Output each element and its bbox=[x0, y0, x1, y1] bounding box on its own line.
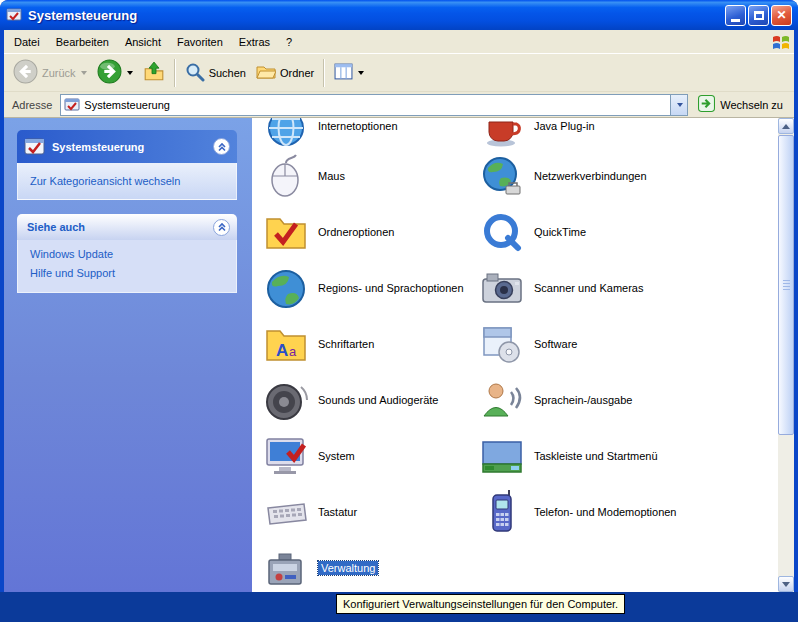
toolbar-separator bbox=[323, 59, 325, 87]
folder-up-icon bbox=[143, 61, 165, 85]
scroll-down-button[interactable] bbox=[778, 576, 794, 592]
tile-label: Ordneroptionen bbox=[318, 226, 394, 238]
taskbar-startmenu-icon bbox=[478, 432, 526, 480]
tile-internetoptionen[interactable]: Internetoptionen bbox=[262, 118, 398, 150]
go-icon bbox=[698, 95, 715, 114]
views-button[interactable] bbox=[329, 59, 369, 86]
speech-icon bbox=[478, 376, 526, 424]
tile-label: QuickTime bbox=[534, 226, 586, 238]
views-icon bbox=[334, 62, 353, 83]
minimize-icon bbox=[731, 19, 740, 22]
windows-update-link[interactable]: Windows Update bbox=[30, 248, 224, 260]
menu-item-hilfe[interactable]: ? bbox=[278, 32, 300, 52]
fonts-icon: Aa bbox=[262, 320, 310, 368]
sidebar: Systemsteuerung Zur Kategorieansicht wec… bbox=[4, 118, 252, 592]
tile-maus[interactable]: Maus bbox=[262, 152, 345, 200]
svg-text:A: A bbox=[276, 341, 288, 360]
arrow-up-icon bbox=[782, 124, 790, 129]
tile-label: Sounds und Audiogeräte bbox=[318, 394, 439, 406]
menu-item-extras[interactable]: Extras bbox=[231, 32, 278, 52]
window-title: Systemsteuerung bbox=[28, 8, 723, 23]
regional-language-icon bbox=[262, 264, 310, 312]
menu-item-favoriten[interactable]: Favoriten bbox=[169, 32, 231, 52]
scroll-up-button[interactable] bbox=[778, 118, 794, 134]
tile-verwaltung[interactable]: Verwaltung bbox=[262, 544, 378, 592]
back-label: Zurück bbox=[42, 67, 76, 79]
tile-label: Taskleiste und Startmenü bbox=[534, 450, 658, 462]
system-icon bbox=[262, 432, 310, 480]
menu-item-datei[interactable]: Datei bbox=[6, 32, 48, 52]
titlebar[interactable]: Systemsteuerung ✕ bbox=[0, 0, 798, 30]
panel-header-systemsteuerung[interactable]: Systemsteuerung bbox=[17, 130, 237, 163]
folders-button[interactable]: Ordner bbox=[251, 59, 319, 87]
tile-label: Maus bbox=[318, 170, 345, 182]
folders-label: Ordner bbox=[280, 67, 314, 79]
minimize-button[interactable] bbox=[725, 5, 746, 26]
close-button[interactable]: ✕ bbox=[771, 5, 792, 26]
folder-options-icon bbox=[262, 208, 310, 256]
forward-dropdown-icon bbox=[127, 71, 133, 75]
forward-icon bbox=[97, 59, 122, 86]
folders-icon bbox=[256, 62, 276, 84]
tile-netzwerkverbindungen[interactable]: Netzwerkverbindungen bbox=[478, 152, 647, 200]
toolbar: Zurück Suchen Ordner bbox=[4, 54, 794, 92]
back-button[interactable]: Zurück bbox=[8, 56, 92, 89]
svg-text:a: a bbox=[289, 344, 297, 359]
maximize-icon bbox=[754, 11, 764, 20]
go-label: Wechseln zu bbox=[720, 99, 783, 111]
panel-body: Windows Update Hilfe und Support bbox=[17, 240, 237, 293]
internet-options-icon bbox=[262, 118, 310, 150]
tile-label: Regions- und Sprachoptionen bbox=[318, 282, 464, 294]
icon-list: Internetoptionen Java Plug-in Maus Netzw… bbox=[252, 118, 778, 592]
vertical-scrollbar[interactable] bbox=[778, 118, 794, 592]
tile-label: Schriftarten bbox=[318, 338, 374, 350]
panel-title: Siehe auch bbox=[27, 221, 85, 233]
tile-ordneroptionen[interactable]: Ordneroptionen bbox=[262, 208, 394, 256]
tile-label: Software bbox=[534, 338, 577, 350]
sounds-audio-icon bbox=[262, 376, 310, 424]
tile-sprachein-ausgabe[interactable]: Sprachein-/ausgabe bbox=[478, 376, 632, 424]
address-label: Adresse bbox=[12, 99, 52, 111]
chevron-down-icon bbox=[677, 103, 683, 107]
tile-scanner-und-kameras[interactable]: Scanner und Kameras bbox=[478, 264, 643, 312]
quicktime-icon bbox=[478, 208, 526, 256]
tile-quicktime[interactable]: QuickTime bbox=[478, 208, 586, 256]
tile-software[interactable]: Software bbox=[478, 320, 577, 368]
tile-system[interactable]: System bbox=[262, 432, 355, 480]
collapse-chevron-button[interactable] bbox=[213, 138, 230, 155]
tile-label: System bbox=[318, 450, 355, 462]
up-button[interactable] bbox=[138, 58, 170, 88]
search-label: Suchen bbox=[209, 67, 246, 79]
switch-to-category-view-link[interactable]: Zur Kategorieansicht wechseln bbox=[30, 175, 180, 187]
menu-item-ansicht[interactable]: Ansicht bbox=[117, 32, 169, 52]
maximize-button[interactable] bbox=[748, 5, 769, 26]
phone-modem-icon bbox=[478, 488, 526, 536]
search-button[interactable]: Suchen bbox=[180, 59, 251, 87]
scrollbar-thumb[interactable] bbox=[778, 135, 794, 435]
tile-taskleiste-und-startmenue[interactable]: Taskleiste und Startmenü bbox=[478, 432, 658, 480]
address-combobox[interactable]: Systemsteuerung bbox=[60, 94, 688, 116]
scrollbar-grip-icon bbox=[783, 280, 790, 290]
menu-item-bearbeiten[interactable]: Bearbeiten bbox=[48, 32, 117, 52]
panel-header-siehe-auch[interactable]: Siehe auch bbox=[17, 214, 237, 240]
go-button[interactable]: Wechseln zu bbox=[692, 93, 791, 116]
address-dropdown-button[interactable] bbox=[670, 95, 687, 115]
tile-java-plug-in[interactable]: Java Plug-in bbox=[478, 118, 595, 150]
hilfe-und-support-link[interactable]: Hilfe und Support bbox=[30, 267, 224, 279]
back-dropdown-icon bbox=[81, 71, 87, 75]
scanner-camera-icon bbox=[478, 264, 526, 312]
tile-label: Internetoptionen bbox=[318, 120, 398, 132]
collapse-chevron-button[interactable] bbox=[213, 219, 230, 236]
tile-schriftarten[interactable]: Aa Schriftarten bbox=[262, 320, 374, 368]
sidebar-panel-siehe-auch: Siehe auch Windows Update Hilfe und Supp… bbox=[17, 214, 237, 293]
tile-telefon-und-modemoptionen[interactable]: Telefon- und Modemoptionen bbox=[478, 488, 676, 536]
tile-regions-und-sprachoptionen[interactable]: Regions- und Sprachoptionen bbox=[262, 264, 464, 312]
mouse-icon bbox=[262, 152, 310, 200]
tile-sounds-und-audiogeraete[interactable]: Sounds und Audiogeräte bbox=[262, 376, 439, 424]
forward-button[interactable] bbox=[92, 56, 138, 89]
control-panel-panel-icon bbox=[24, 135, 46, 159]
tile-tastatur[interactable]: Tastatur bbox=[262, 488, 357, 536]
menubar: Datei Bearbeiten Ansicht Favoriten Extra… bbox=[4, 30, 794, 54]
tile-label: Sprachein-/ausgabe bbox=[534, 394, 632, 406]
search-icon bbox=[185, 62, 205, 84]
